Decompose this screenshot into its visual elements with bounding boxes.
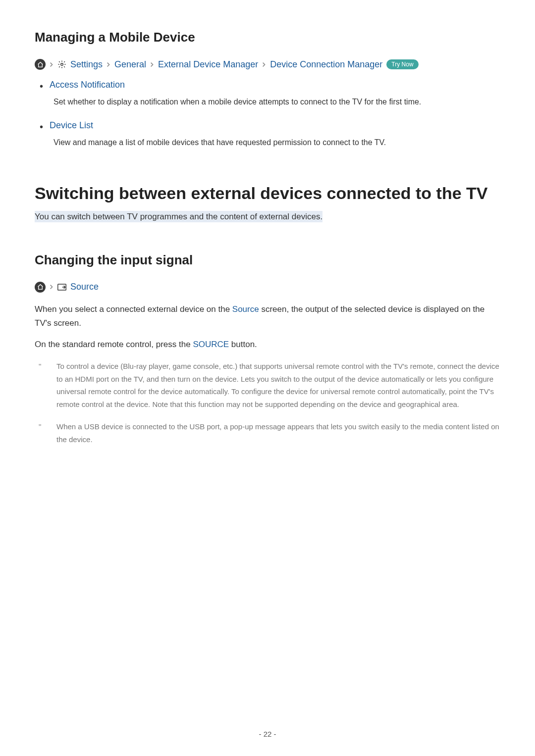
bullet-title-access-notification[interactable]: Access Notification [50,80,500,90]
inline-link-source[interactable]: Source [232,304,259,314]
chevron-right-icon [107,62,110,67]
note-text: When a USB device is connected to the US… [56,422,499,444]
bullet-desc: View and manage a list of mobile devices… [54,137,500,149]
bullet-list-mobile: Access Notification Set whether to displ… [35,80,500,149]
note-item: " When a USB device is connected to the … [56,420,500,446]
note-item: " To control a device (Blu-ray player, g… [56,360,500,410]
bullet-title-device-list[interactable]: Device List [50,120,500,131]
breadcrumb-settings-link[interactable]: Settings [70,59,103,70]
heading-changing-input: Changing the input signal [35,252,500,268]
chevron-right-icon [50,62,54,67]
svg-point-0 [61,63,63,66]
body-text-source-desc: When you select a connected external dev… [35,302,500,331]
home-icon [35,282,46,293]
list-item: Access Notification Set whether to displ… [50,80,500,108]
breadcrumb-source: Source [35,282,500,293]
text-fragment: button. [229,340,257,349]
intro-text: You can switch between TV programmes and… [35,211,322,222]
heading-switching-devices: Switching between external devices conne… [35,184,500,203]
heading-managing-mobile: Managing a Mobile Device [35,30,500,45]
breadcrumb-device-connection: Settings General External Device Manager… [35,59,500,70]
breadcrumb-general-link[interactable]: General [114,59,146,70]
breadcrumb-source-link[interactable]: Source [70,282,99,292]
breadcrumb-edm-link[interactable]: External Device Manager [158,59,258,70]
body-text-remote: On the standard remote control, press th… [35,338,500,352]
breadcrumb-dcm-link[interactable]: Device Connection Manager [270,59,382,70]
home-icon [35,59,46,70]
chevron-right-icon [50,284,54,290]
note-text: To control a device (Blu-ray player, gam… [56,362,499,408]
chevron-right-icon [262,62,266,67]
note-marker-icon: " [39,360,41,373]
source-icon [57,283,66,292]
note-marker-icon: " [39,420,41,433]
chevron-right-icon [150,62,154,67]
note-list: " To control a device (Blu-ray player, g… [35,360,500,446]
list-item: Device List View and manage a list of mo… [50,120,500,149]
page-number: - 22 - [0,730,535,738]
text-fragment: On the standard remote control, press th… [35,340,193,349]
gear-icon [57,60,66,69]
bullet-desc: Set whether to display a notification wh… [54,96,500,108]
text-fragment: When you select a connected external dev… [35,304,232,314]
try-now-badge[interactable]: Try Now [386,59,418,69]
inline-link-source-button[interactable]: SOURCE [193,340,229,349]
